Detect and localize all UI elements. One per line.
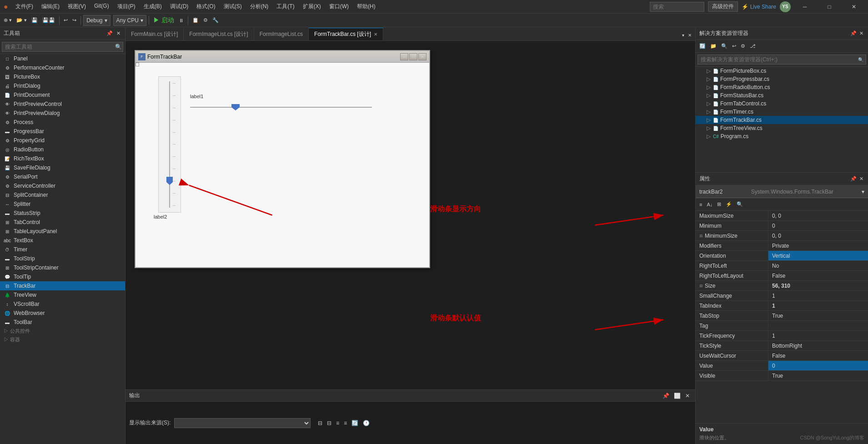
start-btn[interactable]: ▶ 启动	[151, 15, 176, 25]
toolbox-search-input[interactable]	[2, 42, 123, 52]
prop-row-maximumsize[interactable]: MaximumSize0, 0	[696, 211, 868, 221]
user-avatar[interactable]: YS	[780, 1, 791, 12]
prop-row-smallchange[interactable]: SmallChange1	[696, 291, 868, 301]
toolbox-item-printpreviewdialog[interactable]: 👁PrintPreviewDialog	[0, 109, 125, 118]
toolbox-item-textbox[interactable]: abcTextBox	[0, 236, 125, 245]
toolbox-item-progressbar[interactable]: ▬ProgressBar	[0, 127, 125, 136]
toolbox-item-splitcontainer[interactable]: ⊟SplitContainer	[0, 190, 125, 200]
output-tool2[interactable]: ⊟	[325, 419, 333, 427]
menu-analyze[interactable]: 分析(N)	[246, 1, 272, 12]
designer-area[interactable]: F FormTrackBar ─ □ ✕	[125, 41, 695, 389]
prop-value-cell[interactable]: 0	[768, 221, 868, 230]
prop-value-cell[interactable]: True	[768, 371, 868, 380]
tree-item-program-cs[interactable]: ▷C#Program.cs	[696, 132, 868, 140]
props-object-selector[interactable]: trackBar2 System.Windows.Forms.TrackBar …	[696, 185, 868, 198]
toolbox-item-tabcontrol[interactable]: ⊞TabControl	[0, 218, 125, 227]
advanced-ctrl-btn[interactable]: 高级控件	[708, 1, 738, 12]
toolbox-item-printpreviewcontrol[interactable]: 👁PrintPreviewControl	[0, 100, 125, 109]
se-git-btn[interactable]: ⎇	[748, 42, 758, 51]
toolbox-item-printdialog[interactable]: 🖨PrintDialog	[0, 81, 125, 90]
tree-item-formtreeview-cs[interactable]: ▷📄FormTreeView.cs	[696, 124, 868, 132]
menu-help[interactable]: 帮助(H)	[353, 1, 379, 12]
tab-close-btn[interactable]: ✕	[374, 32, 377, 37]
trackbar-horizontal[interactable]	[190, 97, 372, 117]
toolbox-item-process[interactable]: ⚙Process	[0, 118, 125, 127]
output-clock-btn[interactable]: 🕐	[361, 419, 371, 427]
prop-row-tag[interactable]: Tag	[696, 321, 868, 331]
prop-value-cell[interactable]: BottomRight	[768, 341, 868, 350]
toolbox-item-savefiledialog[interactable]: 💾SaveFileDialog	[0, 163, 125, 172]
toolbox-item-serialport[interactable]: ⚙SerialPort	[0, 172, 125, 181]
toolbox-section[interactable]: ▷ 公共控件	[0, 327, 125, 335]
tab-action-btn2[interactable]: ✕	[686, 30, 693, 40]
form-close-btn[interactable]: ✕	[418, 53, 426, 60]
props-pin-btn[interactable]: 📌	[849, 175, 858, 183]
track-thumb-vertical[interactable]	[166, 177, 173, 185]
resize-handle[interactable]	[135, 63, 139, 66]
menu-window[interactable]: 窗口(W)	[326, 1, 352, 12]
toolbox-close-btn[interactable]: ✕	[115, 30, 121, 37]
toolbox-item-treeview[interactable]: 🌲TreeView	[0, 290, 125, 299]
new-project-btn[interactable]: ⊕ ▾	[2, 15, 14, 26]
se-pin-btn[interactable]: 📌	[849, 30, 858, 37]
trackbar-vertical[interactable]: ─ ─ ─ ─ ─ ─ ─ ─ ─ ─ ─	[158, 76, 181, 213]
menu-extensions[interactable]: 扩展(X)	[299, 1, 325, 12]
toolbox-item-statusstrip[interactable]: ▬StatusStrip	[0, 209, 125, 218]
output-float-btn[interactable]: ⬜	[672, 392, 682, 400]
prop-value-cell[interactable]: True	[768, 311, 868, 320]
toolbox-item-splitter[interactable]: ↔Splitter	[0, 200, 125, 209]
menu-view[interactable]: 视图(V)	[64, 1, 90, 12]
props-categorized-btn[interactable]: ≡	[697, 200, 704, 209]
prop-value-cell[interactable]: 1	[768, 291, 868, 300]
menu-file[interactable]: 文件(F)	[12, 1, 37, 12]
prop-value-cell[interactable]: False	[768, 351, 868, 360]
output-tool3[interactable]: ≡	[334, 419, 341, 427]
close-button[interactable]: ✕	[843, 0, 864, 14]
form-maximize-btn[interactable]: □	[409, 53, 417, 60]
toolbox-item-servicecontroller[interactable]: ⚙ServiceController	[0, 181, 125, 190]
output-tool1[interactable]: ⊟	[316, 419, 324, 427]
toolbox-item-printdocument[interactable]: 📄PrintDocument	[0, 90, 125, 100]
menu-build[interactable]: 生成(B)	[140, 1, 166, 12]
toolbox-item-toolstrip[interactable]: ▬ToolStrip	[0, 254, 125, 263]
se-settings-btn[interactable]: ⚙	[739, 42, 747, 51]
prop-row-righttoleft[interactable]: RightToLeftNo	[696, 261, 868, 271]
se-sync-btn[interactable]: 🔄	[697, 42, 707, 51]
prop-value-cell[interactable]: 1	[768, 331, 868, 340]
prop-row-modifiers[interactable]: ModifiersPrivate	[696, 241, 868, 251]
prop-row-righttoleftlayout[interactable]: RightToLeftLayoutFalse	[696, 271, 868, 281]
prop-row-tickstyle[interactable]: TickStyleBottomRight	[696, 341, 868, 351]
prop-row-orientation[interactable]: OrientationVertical	[696, 251, 868, 261]
prop-value-cell[interactable]: 0, 0	[768, 211, 868, 220]
tree-item-formstatusbar-cs[interactable]: ▷📄FormStatusBar.cs	[696, 91, 868, 100]
se-refresh-btn[interactable]: ↩	[730, 42, 738, 51]
toolbar-extra1[interactable]: 📋	[191, 15, 201, 26]
prop-row-usewaitcursor[interactable]: UseWaitCursorFalse	[696, 351, 868, 361]
save-btn[interactable]: 💾	[30, 15, 40, 26]
toolbox-pin-btn[interactable]: 📌	[105, 30, 114, 37]
prop-value-cell[interactable]: No	[768, 261, 868, 270]
se-filter-btn[interactable]: 🔍	[719, 42, 729, 51]
output-close-btn[interactable]: ✕	[683, 392, 692, 400]
tree-item-formpicturebox-cs[interactable]: ▷📄FormPictureBox.cs	[696, 67, 868, 75]
pause-btn[interactable]: ⏸	[177, 15, 186, 26]
open-btn[interactable]: 📂 ▾	[15, 15, 29, 26]
toolbar-extra3[interactable]: 🔧	[211, 15, 221, 26]
prop-row-value[interactable]: Value0	[696, 361, 868, 371]
tree-item-formtabcontrol-cs[interactable]: ▷📄FormTabControl.cs	[696, 100, 868, 108]
tree-item-formprogressbar-cs[interactable]: ▷📄FormProgressbar.cs	[696, 75, 868, 83]
tree-item-formradiobutton-cs[interactable]: ▷📄FormRadioButton.cs	[696, 83, 868, 91]
prop-value-cell[interactable]: 0, 0	[768, 231, 868, 240]
prop-value-cell[interactable]: 1	[768, 301, 868, 310]
global-search[interactable]	[650, 2, 704, 12]
tab-formmain.cs-[设计][interactable]: FormMain.cs [设计]	[125, 28, 184, 40]
tab-formtrackbar.cs-[设计][interactable]: FormTrackBar.cs [设计]✕	[309, 28, 383, 40]
toolbox-item-toolbar[interactable]: ▬ToolBar	[0, 318, 125, 327]
live-share-btn[interactable]: ⚡ Live Share	[742, 4, 776, 10]
menu-git[interactable]: Git(G)	[90, 1, 113, 12]
toolbox-item-performancecounter[interactable]: ⚙PerformanceCounter	[0, 63, 125, 72]
form-minimize-btn[interactable]: ─	[400, 53, 408, 60]
toolbox-item-tablelayoutpanel[interactable]: ⊞TableLayoutPanel	[0, 227, 125, 236]
menu-format[interactable]: 格式(O)	[193, 1, 219, 12]
tab-formimagelist.cs-[设计][interactable]: FormImageList.cs [设计]	[184, 28, 254, 40]
